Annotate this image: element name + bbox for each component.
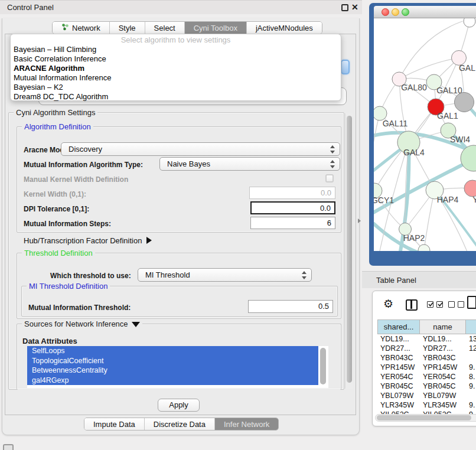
mi-steps-value: 6 [327,219,331,227]
network-edge [399,21,462,79]
splitter-collapse-icon[interactable] [358,219,361,223]
aracne-mode-value: Discovery [69,145,102,154]
algorithm-option-bayesian-hill-climbing[interactable]: Bayesian – Hill Climbing [11,45,341,54]
checked-checkbox-icon[interactable] [427,301,433,308]
table-cell: YLR345W [420,400,466,410]
attribute-item-topologicalcoefficient[interactable]: TopologicalCoefficient [27,356,318,366]
algorithm-option-basic-correlation-inference[interactable]: Basic Correlation Inference [11,54,341,64]
network-node-label: HAP2 [403,233,425,243]
table-row[interactable]: YPR145WYPR145W9. [377,363,476,372]
hub-factor-expander[interactable]: Hub/Transcription Factor Definition [24,236,152,245]
table-cell: 12 [466,344,476,353]
table-cell: YBL079W [377,391,420,400]
collapsed-panel-icon[interactable] [3,444,14,450]
table-row[interactable]: YLR345WYLR345W9. [377,400,476,410]
unchecked-checkbox-icon[interactable] [448,301,455,308]
table-row[interactable]: YIL052CYIL052C9 [377,410,476,414]
control-panel-titlebar: Control Panel ✕ [0,0,362,14]
window-zoom-icon[interactable] [402,8,409,16]
tab-jactivemnodules[interactable]: jActiveMNodules [247,22,322,34]
tab-discretize-data[interactable]: Discretize Data [145,418,215,430]
cyni-settings-title: Cyni Algorithm Settings [14,108,97,117]
document-icon[interactable] [467,296,476,309]
settings-scrollbar-thumb[interactable] [347,116,352,383]
table-cell: YBR045C [377,381,420,391]
table-column-header[interactable]: name [420,319,466,334]
unchecked-checkbox-icon[interactable] [458,301,464,308]
expander-collapsed-icon [146,237,152,244]
network-node-y[interactable] [464,180,476,197]
attribute-item-selfloops[interactable]: SelfLoops [27,346,318,356]
table-row[interactable]: YBR043CYBR043C [377,353,476,363]
close-panel-icon[interactable]: ✕ [351,2,358,12]
network-window-titlebar[interactable] [374,6,476,18]
stepper-arrows-icon [330,160,335,168]
table-cell: 9 [466,410,476,414]
table-horizontal-scrollbar[interactable] [375,414,476,422]
table-column-header[interactable]: shared... [377,319,420,334]
apply-button[interactable]: Apply [158,399,200,412]
focused-combobox-stepper[interactable] [341,60,350,74]
network-edge [374,159,474,214]
table-cell: YDR27... [377,344,420,353]
window-close-icon[interactable] [382,8,389,16]
which-threshold-label: Which threshold to use: [50,272,131,280]
algorithm-option-mutual-information-inference[interactable]: Mutual Information Inference [11,73,341,83]
hub-factor-label: Hub/Transcription Factor Definition [24,236,142,245]
network-node[interactable] [455,93,474,112]
sources-title-row[interactable]: Sources for Network Inference [22,319,142,328]
kernel-width-label: Kernel Width (0,1): [24,190,86,198]
network-node[interactable] [464,18,475,27]
algorithm-option-bayesian-k2[interactable]: Bayesian – K2 [11,83,341,92]
attribute-item-betweennesscentrality[interactable]: BetweennessCentrality [27,366,318,376]
mi-algorithm-type-value: Naive Bayes [167,159,210,168]
table-row[interactable]: YBL079WYBL079W [377,391,476,400]
cyni-mode-tabbar: Impute DataDiscretize DataInfer Network [84,418,279,431]
mi-algorithm-type-combobox[interactable]: Naive Bayes [159,157,340,171]
table-row[interactable]: YBR045CYBR045C9. [377,381,476,391]
aracne-mode-combobox[interactable]: Discovery [61,142,340,156]
table-column-header[interactable] [466,319,476,334]
table-cell: YDL19... [377,334,420,344]
tab-impute-data[interactable]: Impute Data [84,418,145,430]
tab-cyni-toolbox[interactable]: Cyni Toolbox [185,22,247,34]
which-threshold-combobox[interactable]: MI Threshold [138,268,312,282]
checked-checkbox-icon[interactable] [436,301,443,308]
tab-style[interactable]: Style [110,22,145,34]
threshold-definition-title: Threshold Definition [22,249,95,257]
mi-threshold-field[interactable]: 0.5 [248,300,333,313]
attributes-scrollbar-thumb[interactable] [320,348,326,384]
table-scrollbar-thumb[interactable] [377,415,471,420]
table-row[interactable]: YER054CYER054C8. [377,372,476,381]
attribute-item-gal4rgexp[interactable]: gal4RGexp [27,376,318,386]
kernel-width-field[interactable]: 0.0 [249,187,335,199]
attributes-scrollbar[interactable] [319,348,327,386]
table-row[interactable]: YDL19...YDL19...13 [377,334,476,344]
tab-select[interactable]: Select [145,22,185,34]
network-graph: GALGAL80GAL10GAL1GAL11SWI4GAL4HAP4YGCY1H… [374,18,476,251]
control-panel-tabbar: NetworkStyleSelectCyni ToolboxjActiveMNo… [52,21,322,34]
gear-icon[interactable]: ⚙ [383,298,393,309]
window-minimize-icon[interactable] [392,8,399,16]
tab-network[interactable]: Network [53,22,110,34]
mi-steps-field[interactable]: 6 [250,217,335,229]
float-panel-icon[interactable] [341,4,348,11]
manual-kernel-width-checkbox[interactable] [325,174,334,182]
table-row[interactable]: YDR27...YDR27...12 [377,344,476,353]
stepper-arrows-icon [330,145,335,154]
data-attributes-list[interactable]: SelfLoopsTopologicalCoefficientBetweenne… [27,346,328,388]
network-node-label: GAL1 [437,111,458,120]
split-columns-icon[interactable] [406,299,418,311]
table-cell [466,353,476,363]
tab-infer-network[interactable]: Infer Network [215,418,278,430]
network-icon [61,23,69,32]
network-node-label: HAP4 [437,195,459,204]
settings-scrollbar[interactable] [345,113,353,389]
tab-label: jActiveMNodules [256,24,313,32]
network-canvas[interactable]: GALGAL80GAL10GAL1GAL11SWI4GAL4HAP4YGCY1H… [374,18,476,251]
algorithm-option-aracne-algorithm[interactable]: ARACNE Algorithm [11,64,341,73]
table-cell: YPR145W [420,363,466,372]
dpi-tolerance-field[interactable]: 0.0 [250,201,335,214]
network-window-frame: GALGAL80GAL10GAL1GAL11SWI4GAL4HAP4YGCY1H… [369,3,476,266]
algorithm-option-dream8-dc-tdc-algorithm[interactable]: Dream8 DC_TDC Algorithm [11,92,341,102]
